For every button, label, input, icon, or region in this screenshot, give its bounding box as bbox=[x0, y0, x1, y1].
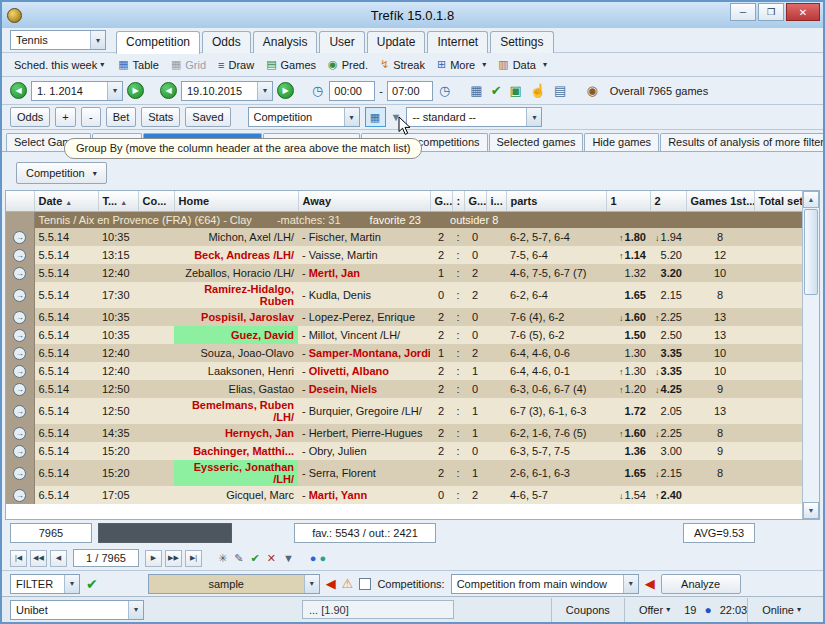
odds-button[interactable]: Odds bbox=[10, 107, 50, 127]
open-match-icon[interactable]: → bbox=[13, 231, 26, 244]
row-gutter[interactable]: → bbox=[6, 424, 34, 442]
nav-prev-button[interactable]: ◀ bbox=[50, 550, 67, 567]
row-gutter[interactable]: → bbox=[6, 362, 34, 380]
match-row[interactable]: →5.5.1417:30Ramirez-Hidalgo, Ruben-Kudla… bbox=[6, 282, 804, 308]
document-icon[interactable]: ▤ bbox=[554, 83, 566, 98]
row-gutter[interactable]: → bbox=[6, 486, 34, 504]
row-gutter[interactable]: → bbox=[6, 326, 34, 344]
minimize-button[interactable]: ─ bbox=[730, 3, 756, 21]
match-row[interactable]: →6.5.1417:05Gicquel, Marc-Marti, Yann0:2… bbox=[6, 486, 804, 504]
coupons-button[interactable]: Coupons bbox=[551, 598, 624, 622]
nav-next-page-button[interactable]: ▶▶ bbox=[165, 550, 182, 567]
open-match-icon[interactable]: → bbox=[13, 445, 26, 458]
alarm-icon[interactable]: ⚠ bbox=[342, 576, 354, 591]
open-match-icon[interactable]: → bbox=[13, 467, 26, 480]
vertical-scrollbar[interactable]: ▲ ▼ bbox=[802, 191, 819, 519]
row-gutter[interactable]: → bbox=[6, 344, 34, 362]
date-to-select[interactable]: 19.10.2015 ▾ bbox=[181, 81, 273, 101]
open-match-icon[interactable]: → bbox=[13, 347, 26, 360]
match-row[interactable]: →6.5.1412:50Elias, Gastao-Desein, Niels2… bbox=[6, 380, 804, 398]
tab-results-of-analysis-of-more-filters[interactable]: Results of analysis of more filters bbox=[660, 133, 825, 151]
column-header-1[interactable]: 1 bbox=[606, 191, 650, 211]
match-row[interactable]: →5.5.1413:15Beck, Andreas /LH/-Vaisse, M… bbox=[6, 246, 804, 264]
teal-dot-icon[interactable]: ● bbox=[319, 552, 326, 564]
apply-left-arrow-icon[interactable]: ◀ bbox=[326, 576, 336, 591]
open-match-icon[interactable]: → bbox=[13, 249, 26, 262]
date-from-next-button[interactable]: ▶ bbox=[127, 82, 144, 99]
flag-icon[interactable]: ▣ bbox=[510, 83, 522, 98]
toolbar-more-button[interactable]: ⊞More▾ bbox=[437, 58, 486, 71]
scrollbar-thumb[interactable] bbox=[804, 209, 818, 295]
column-header-g[interactable]: G... bbox=[464, 191, 486, 211]
competition-group-row[interactable]: Tennis / Aix en Provence (FRA) (€64) - C… bbox=[6, 211, 804, 228]
toolbar-data-button[interactable]: ▥Data▾ bbox=[498, 58, 547, 71]
sport-select[interactable]: Tennis ▾ bbox=[10, 30, 106, 50]
tab-settings[interactable]: Settings bbox=[490, 31, 553, 53]
row-gutter[interactable]: → bbox=[6, 380, 34, 398]
standard-filter-select[interactable]: -- standard -- ▾ bbox=[406, 107, 542, 127]
saved-button[interactable]: Saved bbox=[185, 107, 230, 127]
match-row[interactable]: →5.5.1412:40Zeballos, Horacio /LH/-Mertl… bbox=[6, 264, 804, 282]
-button[interactable]: + bbox=[55, 107, 75, 127]
cross-icon[interactable]: ✕ bbox=[267, 552, 276, 565]
open-match-icon[interactable]: → bbox=[13, 267, 26, 280]
tab-selected-games[interactable]: Selected games bbox=[489, 133, 584, 151]
tab-user[interactable]: User bbox=[319, 31, 364, 53]
column-header-home[interactable]: Home bbox=[174, 191, 298, 211]
date-to-next-button[interactable]: ▶ bbox=[277, 82, 294, 99]
column-header-date[interactable]: Date▲ bbox=[34, 191, 98, 211]
row-gutter[interactable]: → bbox=[6, 308, 34, 326]
open-match-icon[interactable]: → bbox=[13, 383, 26, 396]
toolbar-table-button[interactable]: ▦Table bbox=[118, 58, 159, 71]
toolbar-draw-button[interactable]: ≡Draw bbox=[218, 59, 254, 71]
maximize-button[interactable]: ❒ bbox=[758, 3, 784, 21]
open-match-icon[interactable]: → bbox=[13, 365, 26, 378]
time-to-field[interactable]: 07:00 bbox=[387, 81, 433, 101]
analyze-left-arrow-icon[interactable]: ◀ bbox=[645, 576, 655, 591]
blue-dot-icon[interactable]: ● bbox=[310, 552, 317, 564]
row-gutter[interactable]: → bbox=[6, 264, 34, 282]
match-row[interactable]: →6.5.1412:40Souza, Joao-Olavo-Samper-Mon… bbox=[6, 344, 804, 362]
column-header-games-1st[interactable]: Games 1st... bbox=[686, 191, 754, 211]
confirm-icon[interactable]: ✔ bbox=[491, 83, 502, 98]
column-header-parts[interactable]: parts bbox=[506, 191, 606, 211]
star-icon[interactable]: ✳ bbox=[218, 552, 227, 565]
match-row[interactable]: →6.5.1410:35Pospisil, Jaroslav-Lopez-Per… bbox=[6, 308, 804, 326]
clock-button-icon[interactable]: ◷ bbox=[439, 83, 450, 98]
stats-button[interactable]: Stats bbox=[141, 107, 180, 127]
sample-select[interactable]: sample ▾ bbox=[148, 574, 320, 594]
open-match-icon[interactable]: → bbox=[13, 427, 26, 440]
column-header-blank[interactable]: : bbox=[452, 191, 464, 211]
open-match-icon[interactable]: → bbox=[13, 329, 26, 342]
match-row[interactable]: →6.5.1415:20Bachinger, Matthi...-Obry, J… bbox=[6, 442, 804, 460]
edit-icon[interactable]: ✎ bbox=[234, 552, 243, 565]
filter-ok-icon[interactable]: ✔ bbox=[86, 576, 98, 592]
tab-analysis[interactable]: Analysis bbox=[253, 31, 318, 53]
toolbar-streak-button[interactable]: ↯Streak bbox=[380, 58, 425, 71]
column-header-co[interactable]: Co... bbox=[138, 191, 174, 211]
column-header-gutter[interactable] bbox=[6, 191, 34, 211]
open-match-icon[interactable]: → bbox=[13, 289, 26, 302]
date-to-prev-button[interactable]: ◀ bbox=[160, 82, 177, 99]
match-row[interactable]: →6.5.1410:35Guez, David-Millot, Vincent … bbox=[6, 326, 804, 344]
row-gutter[interactable]: → bbox=[6, 282, 34, 308]
tab-competition[interactable]: Competition bbox=[116, 31, 200, 54]
column-header-total-set[interactable]: Total set bbox=[754, 191, 804, 211]
analyze-button[interactable]: Analyze bbox=[661, 574, 741, 594]
bookmaker-select[interactable]: Unibet ▾ bbox=[10, 600, 144, 620]
row-gutter[interactable]: → bbox=[6, 460, 34, 486]
calendar-icon[interactable]: ▦ bbox=[470, 83, 482, 98]
filter-select[interactable]: FILTER ▾ bbox=[10, 574, 80, 594]
open-match-icon[interactable]: → bbox=[13, 489, 26, 502]
column-header-g[interactable]: G... bbox=[430, 191, 452, 211]
match-row[interactable]: →6.5.1414:35Hernych, Jan-Herbert, Pierre… bbox=[6, 424, 804, 442]
toolbar-pred-button[interactable]: ◉Pred. bbox=[328, 58, 368, 71]
nav-next-button[interactable]: ▶ bbox=[145, 550, 162, 567]
time-from-field[interactable]: 00:00 bbox=[329, 81, 375, 101]
column-header-t[interactable]: T...▲ bbox=[98, 191, 138, 211]
competition-select[interactable]: Competition ▾ bbox=[248, 107, 360, 127]
column-header-away[interactable]: Away bbox=[298, 191, 430, 211]
nav-first-button[interactable]: |◀ bbox=[10, 550, 27, 567]
close-button[interactable]: ✕ bbox=[786, 3, 820, 21]
scroll-down-button[interactable]: ▼ bbox=[803, 502, 819, 519]
